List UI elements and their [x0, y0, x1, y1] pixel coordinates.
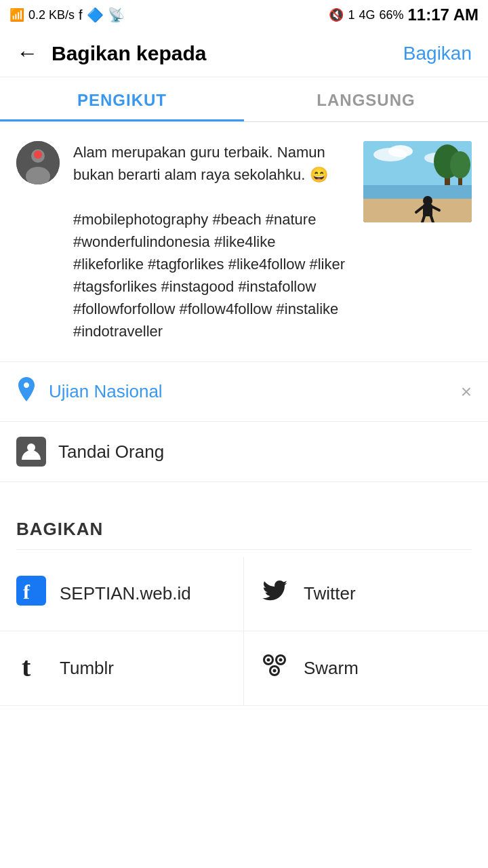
share-item-swarm[interactable]: Swarm: [244, 631, 488, 706]
tab-pengikut[interactable]: PENGIKUT: [0, 77, 244, 121]
svg-text:t: t: [22, 652, 31, 680]
mute-icon: 🔇: [329, 7, 344, 22]
svg-rect-21: [16, 576, 46, 606]
status-right: 🔇 1 4G 66% 11:17 AM: [329, 5, 479, 24]
spacer: [0, 482, 488, 502]
svg-point-31: [279, 658, 283, 662]
location-icon: [16, 377, 37, 406]
post-preview: Alam merupakan guru terbaik. Namun bukan…: [0, 122, 488, 362]
fb-icon-status: f: [79, 7, 83, 23]
svg-text:f: f: [23, 580, 30, 603]
page-title: Bagikan kepada: [52, 42, 403, 65]
svg-line-18: [422, 216, 424, 222]
tag-people-label: Tandai Orang: [58, 441, 164, 462]
back-button[interactable]: ←: [16, 41, 38, 66]
location-row[interactable]: Ujian Nasional ×: [0, 362, 488, 422]
share-label-facebook: SEPTIAN.web.id: [60, 583, 191, 604]
svg-point-30: [267, 658, 270, 662]
sim-icon: 1: [348, 8, 354, 22]
svg-point-32: [273, 669, 277, 673]
location-clear-button[interactable]: ×: [461, 381, 472, 403]
battery-level: 66%: [379, 8, 403, 22]
status-left: 📶 0.2 KB/s f 🔷 📡: [9, 7, 125, 23]
tabs-container: PENGIKUT LANGSUNG: [0, 77, 488, 122]
svg-point-3: [34, 151, 42, 159]
share-label-tumblr: Tumblr: [60, 658, 114, 679]
status-bar: 📶 0.2 KB/s f 🔷 📡 🔇 1 4G 66% 11:17 AM: [0, 0, 488, 30]
avatar: [16, 141, 60, 184]
svg-point-14: [423, 196, 432, 205]
post-caption: Alam merupakan guru terbaik. Namun bukan…: [73, 141, 350, 342]
status-time: 11:17 AM: [408, 5, 479, 24]
svg-line-19: [431, 216, 433, 222]
share-label-twitter: Twitter: [304, 583, 356, 604]
share-divider: [16, 549, 472, 550]
post-image-thumbnail: [363, 141, 472, 222]
share-action-button[interactable]: Bagikan: [403, 43, 472, 64]
wifi-icon: 📡: [108, 7, 125, 23]
share-grid: f SEPTIAN.web.id Twitter t Tumblr: [0, 557, 488, 706]
location-label: Ujian Nasional: [49, 381, 449, 402]
lte-icon: 4G: [359, 8, 375, 22]
svg-point-6: [388, 145, 413, 157]
header: ← Bagikan kepada Bagikan: [0, 30, 488, 77]
share-section: BAGIKAN: [0, 502, 488, 557]
share-item-twitter[interactable]: Twitter: [244, 557, 488, 631]
share-label-swarm: Swarm: [304, 658, 359, 679]
tag-people-icon: [16, 437, 46, 467]
tumblr-icon: t: [16, 650, 46, 686]
network-icon: 📶: [9, 7, 24, 22]
swarm-icon: [260, 650, 290, 686]
tab-langsung[interactable]: LANGSUNG: [244, 77, 488, 121]
facebook-icon: f: [16, 576, 46, 612]
svg-point-11: [450, 151, 470, 178]
tag-people-row[interactable]: Tandai Orang: [0, 422, 488, 482]
svg-rect-15: [423, 204, 432, 216]
twitter-icon: [260, 576, 290, 612]
share-item-tumblr[interactable]: t Tumblr: [0, 631, 244, 706]
share-item-facebook[interactable]: f SEPTIAN.web.id: [0, 557, 244, 631]
bbm-icon: 🔷: [87, 7, 104, 23]
share-section-title: BAGIKAN: [16, 519, 472, 540]
data-speed: 0.2 KB/s: [28, 8, 75, 22]
